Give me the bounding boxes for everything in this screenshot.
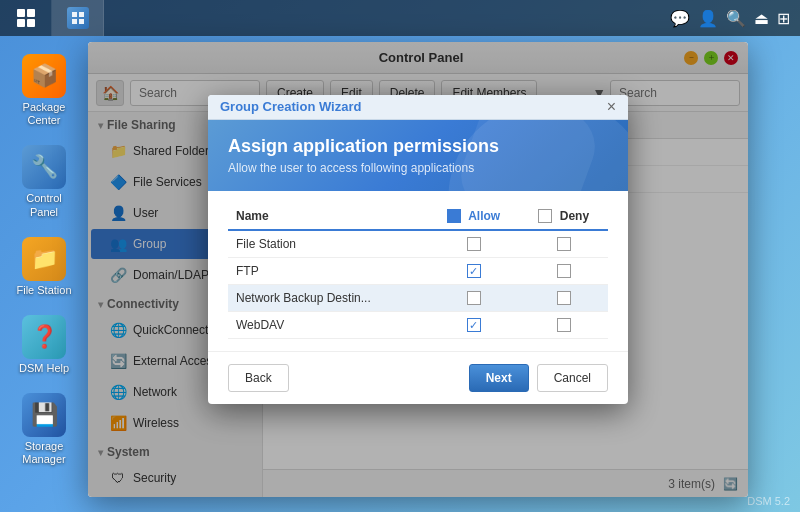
desktop-icon-package-center[interactable]: 📦 PackageCenter	[10, 50, 78, 131]
dsm-version: DSM 5.2	[747, 495, 790, 507]
perm-row-name: FTP	[228, 258, 428, 285]
wizard-title: Group Creation Wizard	[220, 99, 361, 114]
desktop-icon-file-station[interactable]: 📁 File Station	[10, 233, 78, 301]
control-panel-window: Control Panel － ＋ ✕ 🏠 Create Edit Delete…	[88, 42, 748, 497]
perm-row-allow-checkbox[interactable]: ✓	[428, 312, 519, 339]
widgets-icon[interactable]: ⊞	[777, 9, 790, 28]
perm-row-allow-checkbox[interactable]: ✓	[428, 258, 519, 285]
perm-table-row[interactable]: Network Backup Destin...	[228, 285, 608, 312]
wizard-heading: Assign application permissions	[228, 136, 608, 157]
wizard-title-bar: Group Creation Wizard ×	[208, 95, 628, 120]
perm-row-name: WebDAV	[228, 312, 428, 339]
perm-row-deny-checkbox[interactable]	[519, 258, 608, 285]
wizard-footer-right: Next Cancel	[469, 364, 608, 392]
svg-rect-0	[72, 12, 77, 17]
desktop-icon-dsm-help[interactable]: ❓ DSM Help	[10, 311, 78, 379]
perm-table-row[interactable]: FTP✓	[228, 258, 608, 285]
wizard-footer: Back Next Cancel	[208, 351, 628, 404]
svg-rect-3	[79, 19, 84, 24]
next-button[interactable]: Next	[469, 364, 529, 392]
back-button[interactable]: Back	[228, 364, 289, 392]
perm-row-allow-checkbox[interactable]	[428, 285, 519, 312]
cancel-button[interactable]: Cancel	[537, 364, 608, 392]
taskbar: 💬 👤 🔍 ⏏ ⊞	[0, 0, 800, 36]
perm-row-allow-checkbox[interactable]	[428, 230, 519, 258]
perm-row-name: File Station	[228, 230, 428, 258]
desktop-icon-storage-manager[interactable]: 💾 StorageManager	[10, 389, 78, 470]
perm-row-name: Network Backup Destin...	[228, 285, 428, 312]
package-center-label: PackageCenter	[23, 101, 66, 127]
wizard-body: Name Allow Deny	[208, 191, 628, 352]
perm-table-row[interactable]: File Station	[228, 230, 608, 258]
modal-overlay: Group Creation Wizard × Assign applicati…	[88, 42, 748, 497]
file-station-label: File Station	[16, 284, 71, 297]
control-panel-label: Control Panel	[14, 192, 74, 218]
svg-rect-1	[79, 12, 84, 17]
perm-col-deny: Deny	[519, 203, 608, 231]
perm-row-deny-checkbox[interactable]	[519, 230, 608, 258]
perm-row-deny-checkbox[interactable]	[519, 285, 608, 312]
taskbar-right: 💬 👤 🔍 ⏏ ⊞	[670, 9, 800, 28]
wizard-modal: Group Creation Wizard × Assign applicati…	[208, 95, 628, 405]
desktop-icons: 📦 PackageCenter 🔧 Control Panel 📁 File S…	[10, 50, 78, 471]
desktop: 💬 👤 🔍 ⏏ ⊞ 📦 PackageCenter 🔧 Control Pane…	[0, 0, 800, 512]
svg-rect-2	[72, 19, 77, 24]
desktop-icon-control-panel[interactable]: 🔧 Control Panel	[10, 141, 78, 222]
permissions-table: Name Allow Deny	[228, 203, 608, 340]
control-panel-taskbar-btn[interactable]	[52, 0, 104, 36]
wizard-subtitle: Allow the user to access following appli…	[228, 161, 608, 175]
start-button[interactable]	[0, 0, 52, 36]
storage-manager-label: StorageManager	[22, 440, 65, 466]
chat-icon[interactable]: 💬	[670, 9, 690, 28]
dsm-help-label: DSM Help	[19, 362, 69, 375]
user-icon[interactable]: 👤	[698, 9, 718, 28]
perm-table-row[interactable]: WebDAV✓	[228, 312, 608, 339]
wizard-close-button[interactable]: ×	[607, 99, 616, 115]
perm-col-allow: Allow	[428, 203, 519, 231]
logout-icon[interactable]: ⏏	[754, 9, 769, 28]
perm-col-name: Name	[228, 203, 428, 231]
search-icon[interactable]: 🔍	[726, 9, 746, 28]
wizard-header: Assign application permissions Allow the…	[208, 120, 628, 191]
perm-row-deny-checkbox[interactable]	[519, 312, 608, 339]
